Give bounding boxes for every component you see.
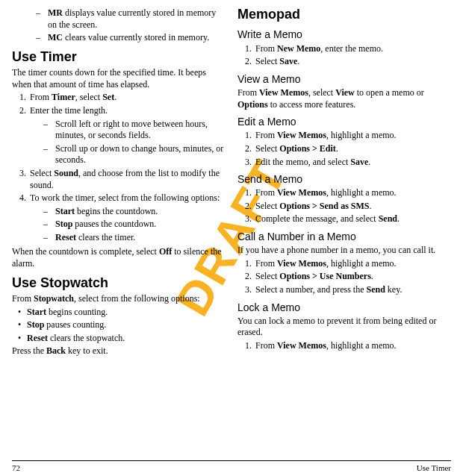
list-item: Stop pauses counting. <box>18 319 226 331</box>
t: From <box>255 43 277 54</box>
t: From <box>255 340 277 351</box>
list-item: Start begins counting. <box>18 307 226 319</box>
list-item: Select Options > Use Numbers. <box>254 271 451 283</box>
t: , select <box>75 92 102 102</box>
list-item: Complete the message, and select Send. <box>254 213 451 225</box>
list-item: Select Options > Send as SMS. <box>254 201 451 213</box>
t: From <box>12 293 34 304</box>
list-item: From View Memos, highlight a memo. <box>254 130 451 142</box>
list-item: From New Memo, enter the memo. <box>254 43 451 55</box>
list-item: Scroll left or right to move between hou… <box>46 119 226 142</box>
t: From <box>255 258 277 269</box>
list-item: Stop pauses the countdown. <box>46 219 226 231</box>
list-item: Enter the time length. Scroll left or ri… <box>28 105 226 166</box>
lock-memo-heading: Lock a Memo <box>237 301 451 314</box>
t: Select <box>255 143 279 154</box>
t: Select <box>30 168 54 178</box>
t: From <box>255 130 277 140</box>
b: Save <box>350 157 368 167</box>
t: pauses counting. <box>44 319 106 330</box>
t: . <box>336 143 338 154</box>
b: New Memo <box>277 43 320 54</box>
list-item: MC clears value currently stored in memo… <box>39 32 226 44</box>
t: pauses the countdown. <box>72 219 156 229</box>
call-memo-steps: From View Memos, highlight a memo. Selec… <box>237 258 451 296</box>
b: Stopwatch <box>34 293 74 304</box>
t: to access more features. <box>268 99 356 110</box>
t: Edit the memo, and select <box>255 157 350 167</box>
t: From <box>30 92 52 102</box>
list-item: Edit the memo, and select Save. <box>254 157 451 169</box>
use-stopwatch-heading: Use Stopwatch <box>12 275 226 292</box>
use-timer-heading: Use Timer <box>12 48 226 66</box>
b: Save <box>279 56 297 66</box>
t: From <box>237 87 259 98</box>
list-item: Select Save. <box>254 56 451 68</box>
t: Select <box>255 56 279 66</box>
b: Timer <box>52 92 75 102</box>
b: Start <box>55 206 75 216</box>
list-item: From View Memos, highlight a memo. <box>254 258 451 270</box>
list-item: From View Memos, highlight a memo. <box>254 187 451 199</box>
b: Options <box>237 99 268 110</box>
t: to open a memo or <box>355 87 424 98</box>
list-item: Select Sound, and choose from the list t… <box>28 168 226 191</box>
lock-memo-steps: From View Memos, highlight a memo. <box>237 340 451 352</box>
b: Off <box>159 246 172 257</box>
list-item: From Timer, select Set. <box>28 92 226 104</box>
call-memo-intro: If you have a phone number in a memo, yo… <box>237 245 451 257</box>
list-item: Reset clears the stopwatch. <box>18 333 226 345</box>
b: Options > Send as SMS <box>279 201 369 211</box>
send-memo-heading: Send a Memo <box>237 172 451 186</box>
b: Back <box>46 345 66 356</box>
sub-list: Scroll left or right to move between hou… <box>30 119 226 166</box>
t: Complete the message, and select <box>255 213 379 224</box>
b: View Memos <box>277 130 326 140</box>
page-number: 72 <box>12 463 20 473</box>
page-footer: 72 Use Timer <box>12 460 451 473</box>
t: , enter the memo. <box>320 43 383 54</box>
write-memo-heading: Write a Memo <box>237 28 451 41</box>
list-item: MR displays value currently stored in me… <box>39 7 226 31</box>
b: Reset <box>55 232 76 242</box>
b: View Memos <box>259 87 308 98</box>
right-column: Memopad Write a Memo From New Memo, ente… <box>237 6 451 451</box>
item-bold: MR <box>48 7 63 18</box>
item-rest: displays value currently stored in memor… <box>48 7 216 30</box>
list-item: Reset clears the timer. <box>46 232 226 244</box>
b: Send <box>379 213 397 224</box>
b: View Memos <box>277 187 326 198</box>
list-item: Start begins the countdown. <box>46 206 226 218</box>
use-stopwatch-intro: From Stopwatch, select from the followin… <box>12 293 226 305</box>
t: Select <box>255 201 279 211</box>
list-item: Scroll up or down to change hours, minut… <box>46 143 226 166</box>
t: begins the countdown. <box>75 206 158 216</box>
t: . <box>114 92 116 102</box>
t: , highlight a memo. <box>326 130 397 140</box>
t: begins counting. <box>46 307 108 317</box>
b: Stop <box>55 219 72 229</box>
t: Press the <box>12 345 46 356</box>
list-item: From View Memos, highlight a memo. <box>254 340 451 352</box>
t: . <box>297 56 299 66</box>
b: View Memos <box>277 340 326 351</box>
t: clears the stopwatch. <box>48 333 125 343</box>
use-timer-steps: From Timer, select Set. Enter the time l… <box>12 92 226 243</box>
edit-memo-heading: Edit a Memo <box>237 115 451 128</box>
t: Select <box>255 271 279 281</box>
t: , select from the following options: <box>74 293 200 304</box>
stopwatch-outro: Press the Back key to exit. <box>12 345 226 357</box>
t: To work the timer, select from the follo… <box>30 192 220 203</box>
edit-memo-steps: From View Memos, highlight a memo. Selec… <box>237 130 451 168</box>
t: key. <box>385 284 403 295</box>
item-rest: clears value currently stored in memory. <box>63 32 209 43</box>
t: , highlight a memo. <box>326 258 397 269</box>
content-columns: MR displays value currently stored in me… <box>12 6 451 451</box>
t: From <box>255 187 277 198</box>
t: clears the timer. <box>76 232 135 242</box>
view-memo-heading: View a Memo <box>237 72 451 86</box>
b: View <box>335 87 355 98</box>
t: . <box>368 157 370 167</box>
t: Select a number, and press the <box>255 284 366 295</box>
list-item: To work the timer, select from the follo… <box>28 192 226 243</box>
